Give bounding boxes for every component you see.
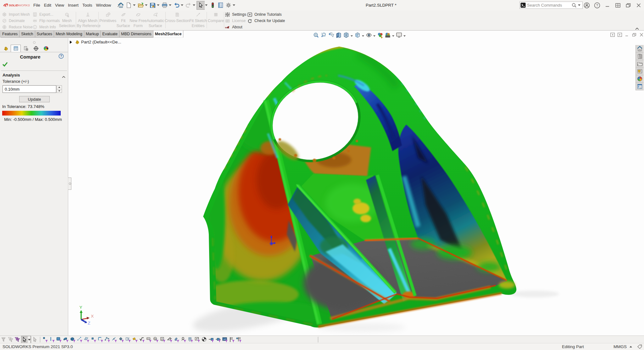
viewports-icon[interactable]	[614, 2, 621, 9]
new-free-form-button[interactable]: New FreeForm	[130, 11, 147, 29]
undo-button[interactable]	[173, 1, 180, 9]
next-window-icon[interactable]	[618, 32, 622, 38]
dropdown-caret-icon[interactable]	[180, 1, 184, 9]
doc-restore-icon[interactable]	[632, 32, 636, 38]
appearances-icon[interactable]	[636, 75, 644, 83]
filter-media-icon[interactable]	[222, 336, 228, 343]
options-button[interactable]	[225, 1, 232, 9]
ok-check-icon[interactable]	[2, 62, 8, 68]
filter-dimension-icon[interactable]	[125, 336, 131, 343]
units-caret-icon[interactable]	[630, 346, 632, 347]
display-style-icon[interactable]	[354, 32, 361, 38]
dropdown-caret-icon[interactable]	[145, 1, 148, 9]
filter-routepoint-icon[interactable]	[208, 336, 214, 343]
help-icon[interactable]	[594, 2, 601, 9]
cross-section-button[interactable]: Cross-Section	[164, 11, 190, 29]
configurationmanager-tab-icon[interactable]	[21, 45, 31, 52]
tag-icon[interactable]	[637, 344, 642, 350]
search-commands-box[interactable]: Search Commands	[519, 2, 583, 9]
reduce-noise-button[interactable]: Reduce Noise	[2, 24, 32, 30]
design-library-icon[interactable]	[636, 53, 644, 60]
view-palette-icon[interactable]	[636, 68, 644, 75]
menu-item[interactable]: Window	[94, 3, 113, 8]
featuremanager-tab-icon[interactable]	[1, 45, 11, 52]
zoom-to-area-icon[interactable]	[320, 32, 327, 38]
filter-connection-icon[interactable]	[215, 336, 221, 343]
command-tab[interactable]: Markup	[84, 31, 101, 38]
tolerance-input[interactable]: 0.10mm	[3, 85, 56, 93]
filter-zoomnote-icon[interactable]	[153, 336, 159, 343]
ribbon-collapse-icon[interactable]	[635, 25, 640, 29]
filter-off-icon[interactable]	[0, 336, 7, 343]
search-caret-icon[interactable]	[578, 4, 580, 6]
filter-weldsymbol-icon[interactable]	[167, 336, 173, 343]
online-tutorials-button[interactable]: Online Tutorials	[247, 11, 285, 18]
help-icon[interactable]: ?	[58, 54, 64, 60]
sketch-xpert-button[interactable]	[209, 1, 217, 9]
search-icon[interactable]	[572, 3, 577, 8]
filter-datum-icon[interactable]	[194, 336, 201, 343]
previous-window-icon[interactable]	[610, 32, 615, 38]
compare-button[interactable]: Compare	[207, 11, 225, 29]
primitives-button[interactable]: Primitives	[99, 11, 117, 29]
units-label[interactable]: MMGS	[613, 344, 627, 349]
home-button[interactable]	[117, 1, 125, 9]
print-button[interactable]	[161, 1, 169, 9]
mesh-info-button[interactable]: Mesh Info	[32, 24, 60, 30]
dropdown-caret-icon[interactable]	[192, 1, 196, 9]
save-button[interactable]	[149, 1, 157, 9]
filter-flag1-icon[interactable]	[229, 336, 235, 343]
dropdown-caret-icon[interactable]	[169, 1, 172, 9]
select-arrow-tool[interactable]	[21, 336, 31, 343]
spinner-down-icon[interactable]	[57, 89, 62, 93]
custom-properties-icon[interactable]	[636, 83, 644, 90]
fit-sketch-entities-button[interactable]: Fit SketchEntities	[189, 11, 207, 29]
section-view-icon[interactable]	[335, 32, 342, 38]
edit-appearance-icon[interactable]	[377, 32, 384, 38]
filter-items-icon[interactable]	[7, 336, 14, 343]
filter-vertices-icon[interactable]	[42, 336, 48, 343]
dropdown-caret-icon[interactable]	[373, 35, 375, 37]
filter-balloon-icon[interactable]	[146, 336, 152, 343]
view-orientation-icon[interactable]	[343, 32, 350, 38]
file-explorer-icon[interactable]	[636, 60, 644, 68]
mesh-selection-button[interactable]: MeshSelection	[58, 11, 76, 29]
new-document-button[interactable]	[125, 1, 133, 9]
command-tab[interactable]: Features	[0, 31, 19, 38]
dropdown-caret-icon[interactable]	[362, 35, 364, 37]
flip-normals-button[interactable]: Flip normals	[32, 18, 60, 24]
home-tab-icon[interactable]	[636, 45, 644, 53]
doc-close-icon[interactable]	[639, 32, 644, 38]
filter-surface-icon[interactable]	[63, 336, 69, 343]
tree-root-label[interactable]: Part2 (Default<<De...	[81, 40, 121, 44]
bracket-part[interactable]	[198, 47, 516, 330]
filter-hatch-icon[interactable]	[174, 336, 180, 343]
menu-item[interactable]: Tools	[80, 3, 94, 8]
about-button[interactable]: About	[225, 24, 246, 30]
apply-scene-icon[interactable]	[384, 32, 391, 38]
fit-surface-button[interactable]: FitSurface	[116, 11, 130, 29]
import-mesh-button[interactable]: Import Mesh	[2, 11, 32, 17]
filter-section-icon[interactable]	[201, 336, 208, 343]
filter-solid-icon[interactable]	[70, 336, 76, 343]
previous-view-icon[interactable]	[328, 32, 335, 38]
panel-splitter-handle[interactable]	[68, 178, 71, 190]
dropdown-caret-icon[interactable]	[351, 35, 353, 37]
license-button[interactable]: License	[225, 18, 246, 24]
dropdown-caret-icon[interactable]	[28, 336, 31, 343]
open-button[interactable]	[137, 1, 145, 9]
analysis-section-header[interactable]: Analysis	[3, 73, 20, 77]
propertymanager-tab-icon[interactable]	[11, 45, 21, 52]
command-tab[interactable]: MBD Dimensions	[119, 31, 153, 38]
dropdown-caret-icon[interactable]	[205, 1, 208, 9]
tree-expand-arrow-icon[interactable]	[70, 41, 72, 44]
menu-item[interactable]: File	[31, 3, 42, 8]
filter-annotation-icon[interactable]	[132, 336, 138, 343]
filter-weldbead-icon[interactable]	[187, 336, 194, 343]
filter-centermark-icon[interactable]	[118, 336, 125, 343]
settings-button[interactable]: Settings	[225, 11, 246, 18]
viewport-3d-model[interactable]: Y X Z	[0, 31, 644, 336]
spinner-up-icon[interactable]	[57, 85, 62, 89]
dropdown-caret-icon[interactable]	[133, 1, 136, 9]
filter-draftquality-icon[interactable]	[180, 336, 187, 343]
